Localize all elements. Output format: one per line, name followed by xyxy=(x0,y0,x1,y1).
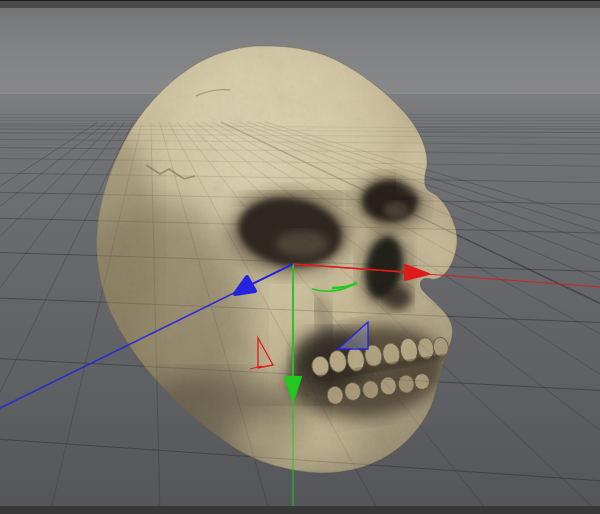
top-bar xyxy=(0,0,600,8)
viewport-canvas[interactable] xyxy=(0,0,600,514)
bottom-bar xyxy=(0,506,600,514)
